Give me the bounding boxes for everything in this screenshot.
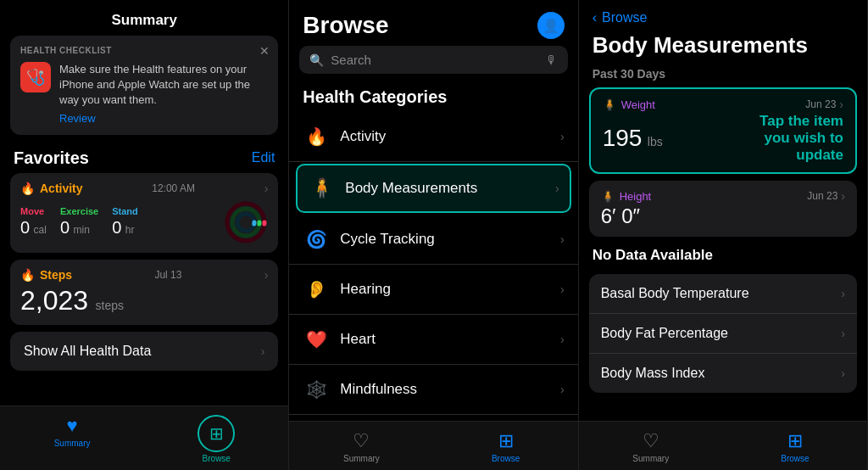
svg-point-2 bbox=[237, 214, 254, 231]
tab-browse[interactable]: ⊞ Browse bbox=[144, 411, 288, 467]
body-tab-browse[interactable]: ⊞ Browse bbox=[723, 427, 867, 467]
category-cycle-tracking[interactable]: 🌀 Cycle Tracking › bbox=[289, 215, 577, 265]
bmi-chevron-icon: › bbox=[841, 366, 845, 380]
search-bar[interactable]: 🔍 Search 🎙 bbox=[299, 46, 567, 74]
move-value: 0 cal bbox=[20, 218, 47, 238]
steps-flame-icon: 🔥 bbox=[20, 268, 35, 282]
exercise-value: 0 min bbox=[60, 218, 98, 238]
body-fat-chevron-icon: › bbox=[841, 327, 845, 340]
browse-tab-summary[interactable]: ♡ Summary bbox=[289, 427, 433, 467]
steps-unit: steps bbox=[96, 299, 124, 312]
summary-panel: Summary HEALTH CHECKLIST ✕ 🩺 Make sure t… bbox=[0, 0, 289, 470]
body-bottom-tabs: ♡ Summary ⊞ Browse bbox=[579, 421, 867, 470]
category-mindfulness[interactable]: 🕸️ Mindfulness › bbox=[289, 365, 577, 415]
basal-chevron-icon: › bbox=[841, 287, 845, 300]
weight-date: Jun 23 bbox=[805, 98, 836, 110]
body-heart-icon: ♡ bbox=[643, 430, 659, 452]
heart-category-icon: ❤️ bbox=[303, 326, 330, 353]
review-link[interactable]: Review bbox=[59, 112, 268, 125]
height-date: Jun 23 bbox=[807, 190, 837, 202]
weight-card[interactable]: 🧍 Weight Jun 23 › 195 lbs Tap the item y… bbox=[589, 87, 857, 174]
steps-date: Jul 13 bbox=[154, 269, 181, 281]
bottom-tabs: ♥ Summary ⊞ Browse bbox=[0, 406, 288, 470]
browse-bottom-tabs: ♡ Summary ⊞ Browse bbox=[289, 421, 577, 470]
tab-browse-label: Browse bbox=[203, 454, 231, 463]
body-tab-summary[interactable]: ♡ Summary bbox=[579, 427, 723, 467]
no-data-label: No Data Available bbox=[579, 240, 867, 267]
height-person-icon: 🧍 bbox=[601, 190, 615, 203]
hearing-chevron-icon: › bbox=[560, 283, 565, 296]
body-fat-item[interactable]: Body Fat Percentage › bbox=[589, 314, 857, 354]
profile-icon[interactable]: 👤 bbox=[537, 12, 565, 39]
cycle-tracking-icon: 🌀 bbox=[303, 226, 330, 253]
search-placeholder: Search bbox=[331, 53, 538, 67]
weight-unit: lbs bbox=[648, 135, 663, 148]
health-checklist-card: HEALTH CHECKLIST ✕ 🩺 Make sure the Healt… bbox=[10, 36, 278, 135]
category-body-label: Body Measurements bbox=[345, 180, 555, 197]
body-measurements-panel: ‹ Browse Body Measurements Past 30 Days … bbox=[579, 0, 868, 470]
body-chevron-icon: › bbox=[555, 182, 559, 195]
steps-value-row: 2,023 steps bbox=[20, 285, 268, 316]
move-label: Move bbox=[20, 206, 47, 216]
height-value-row: 6′ 0″ bbox=[601, 204, 845, 228]
category-activity-label: Activity bbox=[340, 128, 560, 145]
cycle-chevron-icon: › bbox=[560, 232, 565, 246]
category-cycle-label: Cycle Tracking bbox=[340, 231, 560, 248]
activity-chevron-icon: › bbox=[560, 130, 565, 143]
activity-icon: 🔥 bbox=[303, 123, 330, 150]
browse-tab-summary-label: Summary bbox=[343, 454, 380, 463]
tab-summary[interactable]: ♥ Summary bbox=[0, 411, 144, 467]
favorites-header: Favorites Edit bbox=[0, 143, 288, 173]
height-date-chevron: Jun 23 › bbox=[807, 189, 845, 203]
exercise-stat: Exercise 0 min bbox=[60, 206, 98, 238]
browse-heart-icon: ♡ bbox=[353, 430, 370, 452]
steps-title: 🔥 Steps bbox=[20, 268, 72, 282]
stand-stat: Stand 0 hr bbox=[112, 206, 138, 238]
stand-value: 0 hr bbox=[112, 218, 138, 238]
mic-icon: 🎙 bbox=[546, 53, 558, 67]
activity-rings-icon bbox=[224, 200, 268, 244]
weight-value-row: 195 lbs bbox=[603, 125, 663, 152]
weight-person-icon: 🧍 bbox=[603, 98, 616, 111]
move-stat: Move 0 cal bbox=[20, 206, 47, 238]
show-all-button[interactable]: Show All Health Data › bbox=[10, 332, 278, 371]
search-icon: 🔍 bbox=[309, 53, 324, 67]
category-activity[interactable]: 🔥 Activity › bbox=[289, 112, 577, 162]
browse-tab-browse-label: Browse bbox=[492, 454, 520, 463]
show-all-chevron-icon: › bbox=[261, 344, 265, 358]
heart-chevron-icon: › bbox=[560, 333, 565, 346]
category-body-measurements[interactable]: 🧍 Body Measurements › bbox=[296, 164, 570, 213]
body-grid-icon: ⊞ bbox=[787, 430, 803, 452]
category-hearing[interactable]: 👂 Hearing › bbox=[289, 265, 577, 315]
weight-value: 195 bbox=[603, 125, 643, 151]
summary-title: Summary bbox=[0, 0, 288, 36]
body-tab-summary-label: Summary bbox=[632, 454, 669, 463]
height-value: 6′ 0″ bbox=[601, 204, 640, 227]
exercise-label: Exercise bbox=[60, 206, 98, 216]
close-button[interactable]: ✕ bbox=[259, 44, 270, 58]
bmi-item[interactable]: Body Mass Index › bbox=[589, 354, 857, 393]
category-mobility[interactable]: 🔀 Mobility › bbox=[289, 415, 577, 421]
past-30-days-label: Past 30 Days bbox=[579, 64, 867, 84]
browse-header: Browse 👤 bbox=[289, 0, 577, 46]
steps-chevron-icon: › bbox=[264, 268, 269, 282]
activity-card[interactable]: 🔥 Activity 12:00 AM › Move 0 cal Exercis… bbox=[10, 173, 278, 253]
body-tab-browse-label: Browse bbox=[781, 454, 809, 463]
edit-button[interactable]: Edit bbox=[252, 150, 275, 165]
basal-body-temp-label: Basal Body Temperature bbox=[601, 286, 749, 301]
heart-icon: ♥ bbox=[67, 415, 78, 437]
category-list: 🔥 Activity › 🧍 Body Measurements › 🌀 Cyc… bbox=[289, 112, 577, 421]
back-button[interactable]: Browse bbox=[602, 10, 647, 25]
weight-title: 🧍 Weight bbox=[603, 98, 655, 111]
grid-icon: ⊞ bbox=[198, 415, 235, 452]
browse-tab-browse[interactable]: ⊞ Browse bbox=[434, 427, 578, 467]
height-card[interactable]: 🧍 Height Jun 23 › 6′ 0″ bbox=[589, 181, 857, 237]
browse-panel: Browse 👤 🔍 Search 🎙 Health Categories 🔥 … bbox=[289, 0, 578, 470]
weight-date-chevron: Jun 23 › bbox=[805, 98, 843, 111]
back-chevron-icon: ‹ bbox=[593, 10, 597, 25]
weight-chevron-icon: › bbox=[839, 98, 843, 111]
no-data-list: Basal Body Temperature › Body Fat Percen… bbox=[589, 274, 857, 393]
basal-body-temp-item[interactable]: Basal Body Temperature › bbox=[589, 274, 857, 314]
steps-card[interactable]: 🔥 Steps Jul 13 › 2,023 steps bbox=[10, 260, 278, 325]
category-heart[interactable]: ❤️ Heart › bbox=[289, 315, 577, 365]
